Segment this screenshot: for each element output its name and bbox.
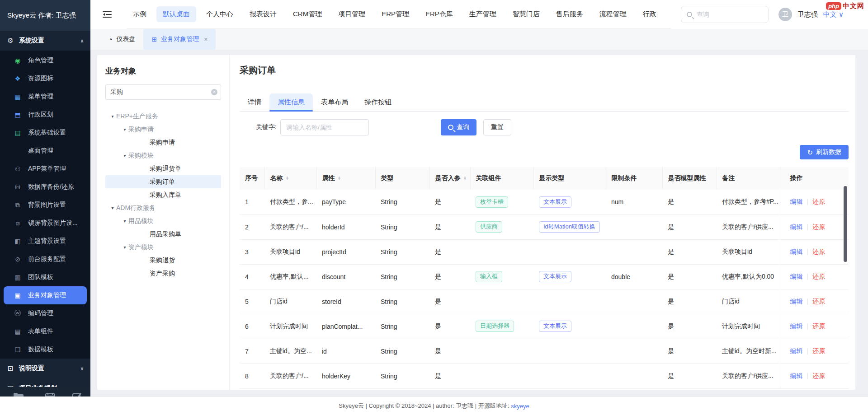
nav-tab-行政[interactable]: 行政 <box>637 6 663 22</box>
restore-link[interactable]: 还原 <box>812 223 825 230</box>
tab-属性信息[interactable]: 属性信息 <box>269 93 313 111</box>
sidebar-section-说明设置[interactable]: ⊡ 说明设置 ∨ <box>0 359 90 378</box>
vertical-scrollbar[interactable] <box>844 186 847 262</box>
tree-node-采购入库单[interactable]: 采购入库单 <box>105 188 221 201</box>
tree-node-资产模块[interactable]: ▾ 资产模块 <box>105 241 221 254</box>
edit-link[interactable]: 编辑 <box>790 372 803 379</box>
sort-icon[interactable]: ▲▼ <box>286 177 289 181</box>
tree-search-input[interactable] <box>105 84 221 100</box>
restore-link[interactable]: 还原 <box>812 347 825 354</box>
nav-tab-ERP管理[interactable]: ERP管理 <box>375 6 415 22</box>
clear-icon[interactable]: × <box>211 89 217 95</box>
sidebar-item-锁屏背景图片设...[interactable]: ⧈ 锁屏背景图片设... <box>0 214 90 232</box>
sidebar-item-业务对象管理[interactable]: ▣ 业务对象管理 <box>4 286 87 304</box>
caret-down-icon[interactable]: ▾ <box>109 114 116 119</box>
global-search[interactable] <box>681 6 769 23</box>
column-header-限制条件: 限制条件 <box>606 167 662 190</box>
nav-tab-CRM管理[interactable]: CRM管理 <box>287 6 328 22</box>
tree-node-用品采购单[interactable]: 用品采购单 <box>105 228 221 241</box>
sidebar-item-前台服务配置[interactable]: ⊘ 前台服务配置 <box>0 250 90 268</box>
nav-tab-ERP仓库[interactable]: ERP仓库 <box>419 6 459 22</box>
caret-down-icon[interactable]: ▾ <box>121 219 128 224</box>
nav-tab-报表设计[interactable]: 报表设计 <box>243 6 283 22</box>
tree-node-采购退货[interactable]: 采购退货 <box>105 254 221 267</box>
sidebar-item-背景图片设置[interactable]: ⧉ 背景图片设置 <box>0 196 90 214</box>
nav-tab-个人中心[interactable]: 个人中心 <box>200 6 240 22</box>
edit-link[interactable]: 编辑 <box>790 248 803 255</box>
edit-link[interactable]: 编辑 <box>790 273 803 280</box>
sidebar-item-角色管理[interactable]: ◉ 角色管理 <box>0 51 90 70</box>
refresh-data-button[interactable]: ↻刷新数据 <box>800 145 849 159</box>
sidebar-item-菜单管理[interactable]: ▦ 菜单管理 <box>0 88 90 106</box>
tree-node-采购申请[interactable]: ▾ 采购申请 <box>105 123 221 136</box>
column-header-是否入参[interactable]: 是否入参▲▼ <box>429 167 470 190</box>
sidebar-item-行政区划[interactable]: ⬒ 行政区划 <box>0 106 90 124</box>
sidebar-item-APP菜单管理[interactable]: ⚇ APP菜单管理 <box>0 160 90 178</box>
tab-详情[interactable]: 详情 <box>240 93 269 111</box>
sidebar-item-表单组件[interactable]: ▤ 表单组件 <box>0 322 90 340</box>
caret-down-icon[interactable]: ▾ <box>109 205 116 210</box>
app-window: Skyeye云 作者: 卫志强 ⚙ 系统设置 ∧ ◉ 角色管理 ❖ 资源图标 ▦… <box>0 0 868 415</box>
caret-down-icon[interactable]: ▾ <box>121 153 128 158</box>
column-header-属性[interactable]: 属性▲▼ <box>316 167 375 190</box>
cell-actions: 编辑|还原 <box>780 289 849 314</box>
caret-down-icon[interactable]: ▾ <box>121 245 128 250</box>
cell-no: 3 <box>240 239 264 264</box>
restore-link[interactable]: 还原 <box>812 198 825 205</box>
tab-操作按钮[interactable]: 操作按钮 <box>356 93 400 111</box>
reset-button[interactable]: 重置 <box>483 119 511 135</box>
close-icon[interactable]: × <box>204 36 208 43</box>
sidebar-item-系统基础设置[interactable]: ▤ 系统基础设置 <box>0 124 90 142</box>
restore-link[interactable]: 还原 <box>812 298 825 305</box>
edit-link[interactable]: 编辑 <box>790 347 803 354</box>
language-switch[interactable]: 中文 ∨ <box>823 10 844 19</box>
nav-tab-售后服务[interactable]: 售后服务 <box>550 6 590 22</box>
refresh-row: ↻刷新数据 <box>240 145 849 159</box>
tree-node-资产采购[interactable]: 资产采购 <box>105 267 221 280</box>
tree-node-采购订单[interactable]: 采购订单 <box>105 175 221 188</box>
avatar[interactable]: 卫 <box>778 8 792 21</box>
sidebar-item-团队模板[interactable]: ▥ 团队模板 <box>0 268 90 286</box>
page-tab-仪表盘[interactable]: ◔ 仪表盘 <box>100 29 143 50</box>
tree-node-ERP+生产服务[interactable]: ▾ ERP+生产服务 <box>105 110 221 123</box>
tree-node-采购申请[interactable]: 采购申请 <box>105 136 221 149</box>
column-header-名称[interactable]: 名称▲▼ <box>264 167 316 190</box>
cell-remark: 关联的客户/供应... <box>717 364 780 388</box>
restore-link[interactable]: 还原 <box>812 273 825 280</box>
restore-link[interactable]: 还原 <box>812 248 825 255</box>
global-search-input[interactable] <box>696 10 750 19</box>
nav-tab-流程管理[interactable]: 流程管理 <box>593 6 633 22</box>
sidebar-item-主题背景设置[interactable]: ◧ 主题背景设置 <box>0 232 90 250</box>
sidebar-item-数据模板[interactable]: ❑ 数据模板 <box>0 340 90 359</box>
search-button[interactable]: 查询 <box>441 119 476 135</box>
sidebar-item-数据库备份/还原[interactable]: ⛁ 数据库备份/还原 <box>0 178 90 196</box>
restore-link[interactable]: 还原 <box>812 322 825 330</box>
sidebar-section-system-settings[interactable]: ⚙ 系统设置 ∧ <box>0 31 90 51</box>
tree-node-ADM行政服务[interactable]: ▾ ADM行政服务 <box>105 201 221 214</box>
edit-link[interactable]: 编辑 <box>790 223 803 230</box>
sidebar-item-编码管理[interactable]: ⓦ 编码管理 <box>0 304 90 322</box>
sort-icon[interactable]: ▲▼ <box>338 177 341 181</box>
page-tab-业务对象管理[interactable]: ⊞ 业务对象管理 × <box>143 29 216 50</box>
caret-down-icon[interactable]: ▾ <box>121 127 128 132</box>
edit-link[interactable]: 编辑 <box>790 198 803 205</box>
nav-tab-默认桌面[interactable]: 默认桌面 <box>156 6 196 22</box>
nav-tab-生产管理[interactable]: 生产管理 <box>463 6 503 22</box>
footer-link[interactable]: skyeye <box>511 403 529 410</box>
nav-tab-项目管理[interactable]: 项目管理 <box>332 6 372 22</box>
nav-tab-智慧门店[interactable]: 智慧门店 <box>506 6 546 22</box>
edit-link[interactable]: 编辑 <box>790 322 803 330</box>
user-name[interactable]: 卫志强 <box>797 10 818 19</box>
tree-node-采购退货单[interactable]: 采购退货单 <box>105 162 221 175</box>
sort-icon[interactable]: ▲▼ <box>463 177 467 181</box>
edit-link[interactable]: 编辑 <box>790 298 803 305</box>
tab-表单布局[interactable]: 表单布局 <box>313 93 356 111</box>
menu-fold-icon[interactable] <box>101 9 113 20</box>
tree-node-采购模块[interactable]: ▾ 采购模块 <box>105 149 221 162</box>
sidebar-item-资源图标[interactable]: ❖ 资源图标 <box>0 70 90 88</box>
keyword-input[interactable] <box>280 119 369 135</box>
sidebar-item-桌面管理[interactable]: 桌面管理 <box>0 142 90 160</box>
restore-link[interactable]: 还原 <box>812 372 825 379</box>
nav-tab-示例[interactable]: 示例 <box>127 6 153 22</box>
tree-node-用品模块[interactable]: ▾ 用品模块 <box>105 214 221 228</box>
